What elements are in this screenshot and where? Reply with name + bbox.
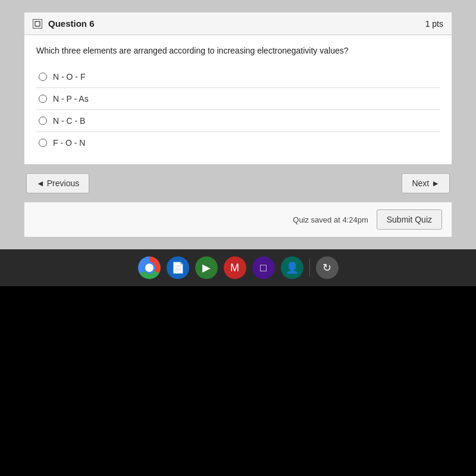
option-d-label: F - O - N bbox=[53, 138, 85, 148]
question-body: Which three elements are arranged accord… bbox=[24, 35, 452, 164]
taskbar: 📄 ▶ M □ 👤 ↻ bbox=[0, 249, 476, 286]
meet-taskbar-icon[interactable]: □ bbox=[252, 256, 275, 279]
option-d[interactable]: F - O - N bbox=[36, 132, 440, 154]
drive-taskbar-icon[interactable]: 📄 bbox=[167, 256, 189, 279]
option-c[interactable]: N - C - B bbox=[36, 110, 440, 132]
radio-c[interactable] bbox=[39, 117, 47, 125]
navigation-row: ◄ Previous Next ► bbox=[24, 173, 452, 193]
save-row: Quiz saved at 4:24pm Submit Quiz bbox=[24, 202, 452, 237]
question-points: 1 pts bbox=[425, 19, 443, 29]
previous-button[interactable]: ◄ Previous bbox=[26, 173, 89, 193]
question-header-left: Question 6 bbox=[33, 18, 95, 29]
play-taskbar-icon[interactable]: ▶ bbox=[195, 256, 218, 279]
question-text: Which three elements are arranged accord… bbox=[36, 46, 440, 55]
option-a[interactable]: N - O - F bbox=[36, 66, 440, 88]
settings-taskbar-icon[interactable]: ↻ bbox=[316, 256, 339, 279]
flag-icon bbox=[33, 19, 42, 29]
options-list: N - O - F N - P - As N - C - B F - O - N bbox=[36, 66, 440, 154]
save-status: Quiz saved at 4:24pm bbox=[293, 215, 368, 224]
radio-b[interactable] bbox=[39, 95, 47, 103]
question-title: Question 6 bbox=[48, 18, 95, 29]
option-b-label: N - P - As bbox=[53, 94, 89, 104]
option-c-label: N - C - B bbox=[53, 116, 85, 126]
option-b[interactable]: N - P - As bbox=[36, 88, 440, 110]
submit-quiz-button[interactable]: Submit Quiz bbox=[377, 209, 442, 230]
option-a-label: N - O - F bbox=[53, 72, 85, 82]
radio-d[interactable] bbox=[39, 139, 47, 147]
taskbar-separator bbox=[309, 259, 310, 277]
gmail-taskbar-icon[interactable]: M bbox=[224, 256, 246, 279]
bottom-black-area bbox=[0, 286, 476, 476]
next-button[interactable]: Next ► bbox=[402, 173, 450, 193]
chrome-taskbar-icon[interactable] bbox=[138, 256, 161, 279]
question-header: Question 6 1 pts bbox=[24, 12, 452, 35]
radio-a[interactable] bbox=[39, 73, 47, 81]
svg-rect-0 bbox=[35, 21, 40, 26]
question-card: Question 6 1 pts Which three elements ar… bbox=[24, 12, 452, 165]
account-taskbar-icon[interactable]: 👤 bbox=[281, 256, 303, 279]
